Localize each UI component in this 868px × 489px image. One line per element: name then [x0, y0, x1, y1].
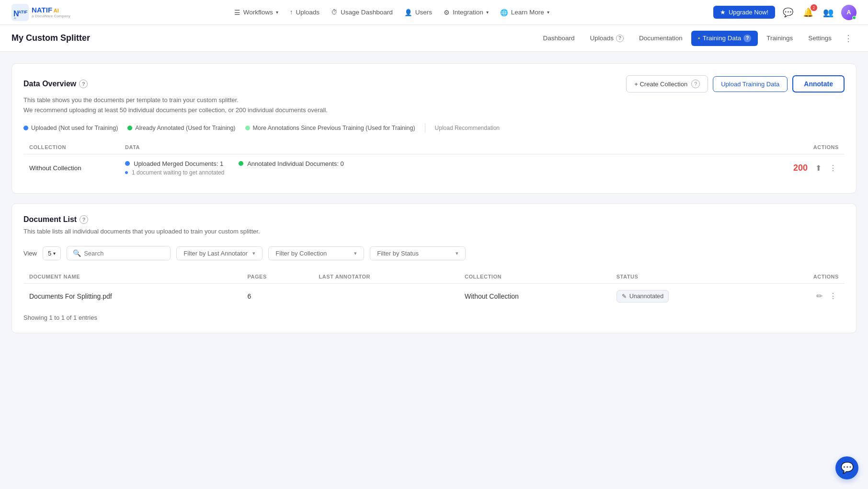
- legend-uploaded: Uploaded (Not used for Training): [23, 125, 118, 131]
- training-data-help-icon[interactable]: ?: [743, 35, 751, 42]
- search-input-wrap[interactable]: 🔍: [67, 246, 171, 260]
- notification-badge: 2: [811, 4, 817, 11]
- more-options-button[interactable]: ⋮: [840, 31, 857, 46]
- waiting-row: 1 document waiting to get annotated: [125, 169, 781, 176]
- legend-row: Uploaded (Not used for Training) Already…: [23, 123, 845, 133]
- create-collection-button[interactable]: + Create Collection ?: [626, 75, 708, 93]
- nav-integration[interactable]: ⚙ Integration ▾: [444, 9, 489, 16]
- doc-name-cell: Documents For Splitting.pdf: [23, 284, 241, 309]
- doc-col-pages: PAGES: [241, 270, 313, 284]
- star-icon: ★: [720, 9, 726, 16]
- upload-icon-button[interactable]: ⬆: [813, 162, 823, 175]
- doc-pages-cell: 6: [241, 284, 313, 309]
- action-icon-group: ⬆ ⋮: [813, 162, 839, 175]
- main-nav: ☰ Workflows ▾ ↑ Uploads ⏱ Usage Dashboar…: [234, 9, 549, 16]
- logo[interactable]: N ATIF AI NATIF AI a DocuWare Company: [11, 4, 70, 21]
- uploads-help-icon[interactable]: ?: [616, 35, 624, 42]
- doc-status-cell: ✎ Unannotated: [611, 284, 759, 309]
- doc-col-collection: COLLECTION: [459, 270, 611, 284]
- filter-collection-chevron: ▾: [354, 250, 357, 256]
- nav-learn-more[interactable]: 🌐 Learn More ▾: [500, 9, 549, 16]
- legend-dot-more-annotations: [245, 126, 250, 130]
- tab-uploads[interactable]: Uploads ?: [583, 31, 630, 46]
- more-row-options-button[interactable]: ⋮: [827, 162, 839, 175]
- doc-row-actions: ✏ ⋮: [765, 290, 839, 303]
- data-overview-table-body: Without Collection Uploaded Merged Docum…: [23, 154, 845, 182]
- chat-icon: 💬: [783, 8, 793, 17]
- learn-more-chevron: ▾: [547, 10, 549, 15]
- data-overview-table: COLLECTION DATA ACTIONS Without Collecti…: [23, 140, 845, 182]
- upload-icon: ⬆: [815, 164, 822, 172]
- uploaded-dot: [125, 161, 130, 166]
- notification-button[interactable]: 🔔 2: [801, 5, 815, 20]
- data-overview-card: Data Overview ? + Create Collection ? Up…: [11, 63, 857, 194]
- clock-icon: ⏱: [331, 9, 338, 16]
- tab-documentation[interactable]: Documentation: [632, 31, 689, 46]
- create-collection-help-icon[interactable]: ?: [691, 80, 700, 88]
- nav-right: ★ Upgrade Now! 💬 🔔 2 👥 A: [713, 5, 857, 20]
- upgrade-button[interactable]: ★ Upgrade Now!: [713, 6, 775, 19]
- doc-list-controls: View 5 ▾ 🔍 Filter by Last Annotator ▾ Fi…: [23, 246, 845, 260]
- filter-annotator-select[interactable]: Filter by Last Annotator ▾: [176, 246, 263, 260]
- upload-training-data-button[interactable]: Upload Training Data: [713, 76, 788, 92]
- document-list-desc: This table lists all individual document…: [23, 227, 845, 237]
- nav-workflows[interactable]: ☰ Workflows ▾: [234, 9, 278, 16]
- data-overview-help-icon[interactable]: ?: [79, 80, 88, 88]
- legend-divider: [425, 123, 425, 133]
- data-overview-title-group: Data Overview ?: [23, 80, 88, 88]
- legend-dot-uploaded: [23, 126, 28, 130]
- status-badge: ✎ Unannotated: [617, 290, 669, 303]
- data-overview-header: Data Overview ? + Create Collection ? Up…: [23, 75, 845, 93]
- document-table-head: DOCUMENT NAME PAGES LAST ANNOTATOR COLLE…: [23, 270, 845, 284]
- page-title: My Custom Splitter: [11, 33, 90, 43]
- showing-text: Showing 1 to 1 of 1 entries: [23, 314, 845, 321]
- edit-icon: ✏: [816, 292, 822, 300]
- tab-training-data[interactable]: ● Training Data ?: [691, 31, 758, 46]
- chat-icon-button[interactable]: 💬: [781, 5, 795, 20]
- users-icon: 👤: [404, 9, 412, 16]
- filter-status-chevron: ▾: [456, 250, 458, 256]
- nav-usage-dashboard[interactable]: ⏱ Usage Dashboard: [331, 9, 393, 16]
- doc-col-actions: ACTIONS: [759, 270, 845, 284]
- data-overview-desc1: This table shows you the documents per t…: [23, 95, 845, 116]
- legend-more-annotations: More Annotations Since Previous Training…: [245, 125, 415, 131]
- edit-icon-button[interactable]: ✏: [814, 290, 824, 303]
- annotate-button[interactable]: Annotate: [792, 75, 845, 93]
- view-label: View: [23, 250, 37, 257]
- svg-text:AI: AI: [14, 17, 16, 20]
- tab-dashboard[interactable]: Dashboard: [536, 31, 581, 46]
- online-indicator: [852, 16, 856, 20]
- tab-settings[interactable]: Settings: [801, 31, 838, 46]
- switch-user-icon: 👥: [823, 8, 834, 17]
- table-row: Documents For Splitting.pdf 6 Without Co…: [23, 284, 845, 309]
- view-select[interactable]: 5 ▾: [43, 246, 61, 260]
- document-list-help-icon[interactable]: ?: [80, 215, 88, 224]
- doc-col-annotator: LAST ANNOTATOR: [313, 270, 459, 284]
- uploads-icon: ↑: [290, 9, 293, 16]
- top-nav: N ATIF AI NATIF AI a DocuWare Company ☰ …: [0, 0, 868, 25]
- page-header: My Custom Splitter Dashboard Uploads ? D…: [0, 25, 868, 52]
- unannotated-icon: ✎: [622, 293, 627, 300]
- workflows-chevron: ▾: [276, 10, 278, 15]
- user-avatar[interactable]: A: [841, 5, 857, 20]
- filter-status-select[interactable]: Filter by Status ▾: [370, 246, 466, 260]
- recommendation-number: 200: [793, 163, 808, 173]
- nav-uploads[interactable]: ↑ Uploads: [290, 9, 320, 16]
- tab-trainings[interactable]: Trainings: [760, 31, 799, 46]
- document-list-card: Document List ? This table lists all ind…: [11, 203, 857, 334]
- col-actions: ACTIONS: [787, 140, 845, 154]
- doc-more-options-button[interactable]: ⋮: [827, 290, 839, 303]
- filter-collection-select[interactable]: Filter by Collection ▾: [268, 246, 364, 260]
- main-content: Data Overview ? + Create Collection ? Up…: [0, 52, 868, 345]
- page-tabs: Dashboard Uploads ? Documentation ● Trai…: [536, 31, 857, 46]
- logo-brand-text: NATIF AI: [32, 6, 70, 14]
- legend-upload-recommendation: Upload Recommendation: [435, 125, 500, 131]
- search-input[interactable]: [84, 250, 164, 257]
- table-row-actions: 200 ⬆ ⋮: [793, 162, 839, 175]
- nav-users[interactable]: 👤 Users: [404, 9, 432, 16]
- data-overview-table-head: COLLECTION DATA ACTIONS: [23, 140, 845, 154]
- user-switch-button[interactable]: 👥: [821, 5, 835, 20]
- ellipsis-icon: ⋮: [829, 164, 837, 172]
- svg-text:ATIF: ATIF: [18, 10, 28, 14]
- doc-annotator-cell: [313, 284, 459, 309]
